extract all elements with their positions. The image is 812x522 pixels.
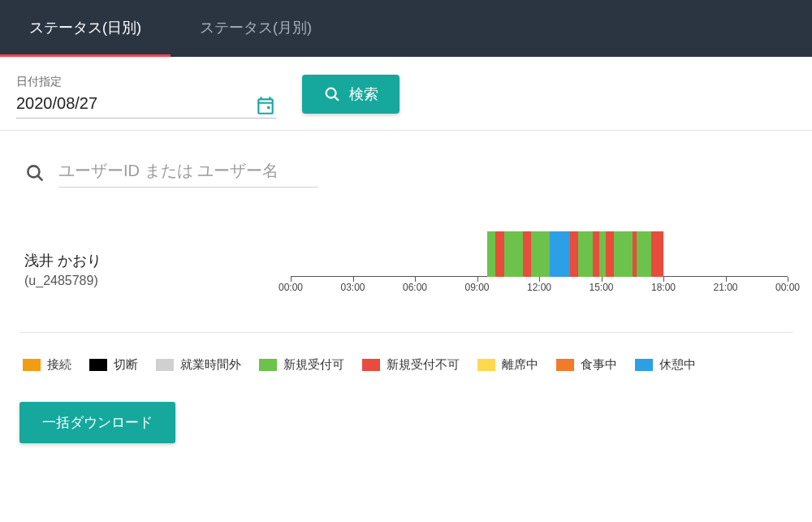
timeline-block: 浅井 かおり (u_2485789) 00:0003:0006:0009:001… xyxy=(19,231,793,333)
legend-item: 切断 xyxy=(89,357,138,373)
legend: 接続切断就業時間外新規受付可新規受付不可離席中食事中休憩中 xyxy=(23,357,793,373)
tab-bar: ステータス(日別) ステータス(月別) xyxy=(0,0,812,57)
timeline-segment xyxy=(637,231,651,277)
legend-swatch xyxy=(89,359,107,371)
timeline-segment xyxy=(578,231,593,277)
filter-bar: 日付指定 検索 xyxy=(0,57,812,131)
legend-label: 離席中 xyxy=(502,357,538,373)
date-field: 日付指定 xyxy=(16,75,276,119)
timeline-user: 浅井 かおり (u_2485789) xyxy=(24,231,268,300)
legend-swatch xyxy=(156,359,174,371)
timeline-segment xyxy=(599,231,606,277)
timeline-chart: 00:0003:0006:0009:0012:0015:0018:0021:00… xyxy=(291,231,788,300)
search-button-label: 検索 xyxy=(349,84,378,104)
timeline-segment xyxy=(550,231,571,277)
timeline-segment xyxy=(606,231,614,277)
legend-label: 食事中 xyxy=(581,357,617,373)
timeline-tick-label: 06:00 xyxy=(403,282,427,293)
tab-status-monthly[interactable]: ステータス(月別) xyxy=(171,0,341,55)
legend-swatch xyxy=(362,359,380,371)
user-search xyxy=(24,158,793,188)
timeline-tick-label: 00:00 xyxy=(279,282,303,293)
search-icon xyxy=(24,162,45,183)
legend-item: 食事中 xyxy=(556,357,617,373)
bulk-download-button[interactable]: 一括ダウンロード xyxy=(19,402,175,443)
timeline-segment xyxy=(531,231,550,277)
tab-status-daily[interactable]: ステータス(日別) xyxy=(0,0,171,55)
legend-label: 就業時間外 xyxy=(180,357,241,373)
search-button[interactable]: 検索 xyxy=(302,75,400,114)
date-input[interactable] xyxy=(16,93,227,118)
legend-label: 休憩中 xyxy=(659,357,696,373)
svg-line-1 xyxy=(335,97,338,100)
legend-swatch xyxy=(259,359,277,371)
legend-swatch xyxy=(23,359,41,371)
legend-swatch xyxy=(477,359,495,371)
timeline-tick-label: 12:00 xyxy=(527,282,551,293)
timeline-tick-label: 00:00 xyxy=(775,282,800,293)
calendar-icon[interactable] xyxy=(255,95,276,116)
legend-swatch xyxy=(556,359,574,371)
legend-label: 切断 xyxy=(114,357,138,373)
legend-item: 新規受付不可 xyxy=(362,357,460,373)
legend-swatch xyxy=(635,359,653,371)
timeline-segment xyxy=(570,231,578,277)
timeline-tick-label: 09:00 xyxy=(464,282,489,293)
timeline-row: 浅井 かおり (u_2485789) 00:0003:0006:0009:001… xyxy=(24,231,788,300)
date-input-wrap xyxy=(16,93,276,119)
legend-label: 新規受付可 xyxy=(283,357,344,373)
legend-item: 接続 xyxy=(23,357,71,373)
legend-label: 接続 xyxy=(47,357,71,373)
timeline-segment xyxy=(614,231,633,277)
timeline-tick-label: 15:00 xyxy=(589,282,613,293)
user-name: 浅井 かおり xyxy=(24,251,268,270)
timeline-segment xyxy=(495,231,503,277)
timeline-segment xyxy=(651,231,663,277)
timeline-tick-label: 03:00 xyxy=(340,282,365,293)
main-content: 浅井 かおり (u_2485789) 00:0003:0006:0009:001… xyxy=(0,131,812,464)
legend-item: 新規受付可 xyxy=(259,357,344,373)
legend-label: 新規受付不可 xyxy=(387,357,460,373)
bulk-download-label: 一括ダウンロード xyxy=(42,413,153,432)
timeline-tick-label: 18:00 xyxy=(651,282,676,293)
timeline-segment xyxy=(523,231,531,277)
timeline-tick-label: 21:00 xyxy=(713,282,737,293)
timeline-bar-area xyxy=(291,231,788,277)
legend-item: 休憩中 xyxy=(635,357,696,373)
legend-item: 就業時間外 xyxy=(156,357,241,373)
user-search-input[interactable] xyxy=(58,158,318,188)
legend-item: 離席中 xyxy=(477,357,538,373)
user-id: (u_2485789) xyxy=(24,274,268,288)
date-label: 日付指定 xyxy=(16,75,276,89)
timeline-segment xyxy=(504,231,523,277)
timeline-segment xyxy=(593,231,599,277)
timeline-segment xyxy=(487,231,495,277)
svg-line-3 xyxy=(37,175,41,179)
